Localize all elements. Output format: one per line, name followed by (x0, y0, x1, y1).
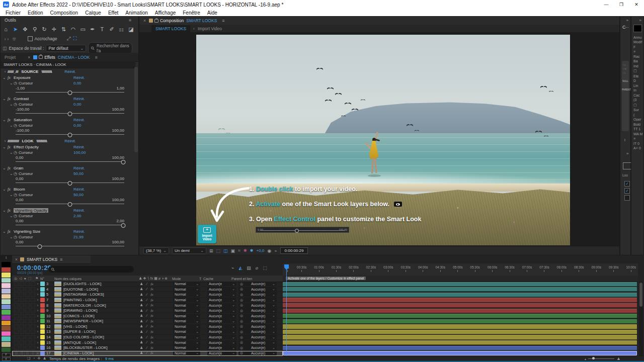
reset-link[interactable]: Réinit. (73, 118, 85, 122)
lock-toggle[interactable] (31, 298, 35, 302)
current-timecode[interactable]: 0:00:00:29 (17, 264, 52, 272)
panel-control-label[interactable]: F (631, 44, 643, 49)
panel-control-label[interactable]: (3 (631, 97, 643, 102)
stopwatch-icon[interactable]: ◷ (14, 150, 19, 155)
slider-track[interactable] (16, 223, 124, 227)
transparency-grid-icon[interactable]: ◫ (223, 248, 228, 253)
layer-label-swatch[interactable] (40, 345, 45, 350)
panel-control-label[interactable]: Bold (631, 121, 643, 126)
parent-dropdown[interactable]: ◎ Aucun(e)⌄ (238, 345, 277, 350)
blend-mode-dropdown[interactable]: Normal⌄ (173, 292, 200, 297)
eye-toggle[interactable] (14, 319, 19, 323)
eye-toggle[interactable] (14, 287, 19, 292)
slider-track[interactable] (16, 133, 124, 137)
fx-icon[interactable]: fx (150, 346, 153, 350)
track-matte-dropdown[interactable]: Aucun(e⌄ (207, 329, 236, 334)
audio-toggle[interactable] (20, 287, 24, 292)
quality-icon[interactable]: ∕ (146, 303, 147, 307)
zoom-in-mountain-icon[interactable]: ▲ (616, 356, 621, 361)
eye-toggle[interactable] (14, 329, 19, 334)
solo-toggle[interactable] (25, 335, 30, 339)
mask-visibility-icon[interactable]: ⬚ (216, 248, 220, 253)
stopwatch-icon[interactable]: ◷ (14, 214, 19, 218)
layer-duration-bar[interactable] (283, 335, 637, 339)
track-matte-dropdown[interactable]: Aucun(e⌄ (207, 335, 236, 339)
pick-whip-icon[interactable]: ◎ (240, 282, 243, 286)
tab-menu-icon[interactable]: ≡ (95, 55, 98, 60)
blend-mode-dropdown[interactable]: Normal⌄ (173, 314, 200, 318)
solo-toggle[interactable] (25, 298, 30, 302)
motion-blur-master-icon[interactable]: ✣ (38, 356, 41, 360)
fx-icon[interactable]: fx (150, 298, 153, 302)
cache-column-header[interactable]: Cache (203, 277, 231, 281)
quality-icon[interactable]: ∕ (146, 309, 147, 313)
zoom-level-dropdown[interactable]: (38,7 %)⌄ (143, 247, 169, 254)
lock-toggle[interactable] (31, 335, 35, 339)
label-color-swatch[interactable] (2, 278, 11, 283)
zoom-slider-knob[interactable] (592, 357, 595, 359)
fx-icon[interactable]: fx (150, 303, 153, 307)
shy-icon[interactable]: ♟ (140, 340, 143, 344)
blend-mode-dropdown[interactable]: Normal⌄ (173, 282, 200, 286)
blend-mode-dropdown[interactable]: Normal⌄ (173, 298, 200, 302)
twirl-icon[interactable]: › (35, 335, 40, 339)
layer-label-swatch[interactable] (40, 303, 45, 308)
layer-name[interactable]: [OLD COLORS - LOOK] (63, 335, 140, 339)
layer-name[interactable]: [DUOLIGHTS - LOOK] (63, 282, 140, 286)
parent-dropdown[interactable]: ◎ Aucun(e)⌄ (238, 324, 277, 329)
lock-toggle[interactable] (31, 345, 35, 350)
layer-label-swatch[interactable] (40, 308, 45, 313)
pick-whip-icon[interactable]: ◎ (240, 346, 243, 350)
pick-whip-icon[interactable]: ◎ (240, 340, 243, 344)
effects-scrollbar[interactable] (134, 67, 138, 152)
menu-item[interactable]: Affichage (151, 10, 180, 16)
twirl-icon[interactable]: › (35, 345, 40, 350)
tab-project[interactable]: Projet (5, 55, 16, 60)
label-color-swatch[interactable] (2, 315, 11, 320)
guides-icon[interactable]: ⌗ (238, 248, 240, 253)
label-color-swatch[interactable] (2, 294, 11, 299)
draft-3d-icon[interactable]: ◭ (238, 265, 242, 270)
layer-row[interactable]: › 10 [COMICS - LOOK] ♟ ∕ fx Normal⌄ Aucu… (12, 313, 283, 319)
audio-toggle[interactable] (20, 314, 24, 318)
twirl-icon[interactable]: › (35, 329, 40, 334)
label-color-swatch[interactable] (2, 273, 11, 278)
track-matte-dropdown[interactable]: Aucun(e⌄ (207, 351, 236, 355)
track-matte-dropdown[interactable]: Aucun(e⌄ (207, 314, 236, 318)
divider-handle[interactable]: I (624, 138, 625, 142)
layer-label-swatch[interactable] (40, 329, 45, 334)
menu-item[interactable]: Fichier (2, 10, 24, 16)
audio-toggle[interactable] (20, 340, 24, 345)
slider-knob[interactable] (68, 133, 72, 137)
layer-label-swatch[interactable] (40, 324, 45, 329)
layer-row[interactable]: › 15 [ANTIQUE - LOOK] ♟ ∕ fx Normal⌄ Auc… (12, 340, 283, 345)
exposure-offset[interactable]: +0,0 (257, 248, 265, 253)
menu-item[interactable]: Animation (122, 10, 151, 16)
layer-row[interactable]: › 8 [WATERCOLOR - LOOK] ♟ ∕ fx Normal⌄ A… (12, 303, 283, 308)
layer-row[interactable]: › 5 [INSTAGRAM - LOOKS] ♟ ∕ fx Normal⌄ A… (12, 292, 283, 298)
layer-duration-bar[interactable] (283, 309, 637, 313)
roto-brush-icon[interactable]: ✾ (12, 36, 16, 42)
panel-control-label[interactable]: ≡ (631, 136, 643, 141)
lock-toggle[interactable] (31, 340, 35, 345)
parent-dropdown[interactable]: ◎ Aucun(e)⌄ (238, 303, 277, 308)
fx-icon[interactable]: fx (150, 351, 153, 355)
layer-name[interactable]: [SUPER 8 - LOOK] (63, 329, 140, 334)
eraser-tool-icon[interactable]: ◪ (128, 26, 134, 33)
lock-toggle[interactable] (31, 314, 35, 318)
pick-whip-icon[interactable]: ◎ (240, 309, 243, 313)
panel-control-label[interactable]: Lin (631, 82, 643, 87)
slider-knob[interactable] (121, 223, 125, 228)
quality-icon[interactable]: ∕ (146, 319, 147, 323)
eye-toggle[interactable] (14, 324, 19, 329)
label-color-swatch[interactable] (2, 299, 11, 304)
layer-label-swatch[interactable] (40, 314, 45, 318)
viewer-tab-active[interactable]: SMART LOOKS (151, 25, 190, 32)
slider-knob[interactable] (68, 181, 72, 186)
parent-dropdown[interactable]: ◎ Aucun(e)⌄ (238, 287, 277, 292)
slider-knob[interactable] (37, 244, 42, 249)
shy-icon[interactable]: ♟ (140, 319, 143, 323)
puppet-pin-icon[interactable]: ◖◗ (4, 36, 10, 42)
fill-color-swatch[interactable] (633, 25, 642, 32)
graph-editor-icon[interactable]: ⬚ (263, 265, 267, 270)
